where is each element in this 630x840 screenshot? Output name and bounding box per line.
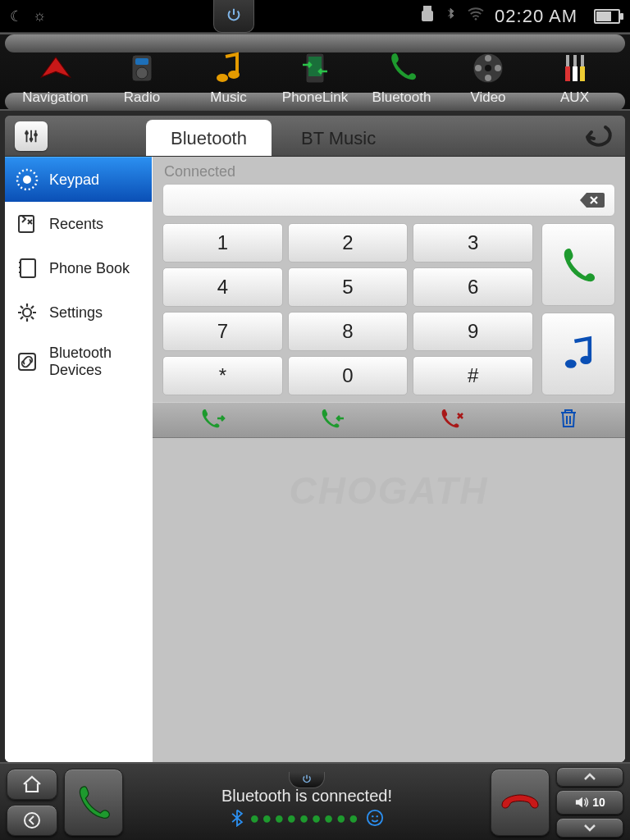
key-8[interactable]: 8 <box>288 312 409 351</box>
tab-label: BT Music <box>301 128 376 148</box>
sidebar-item-devices[interactable]: Bluetooth Devices <box>5 335 152 388</box>
keypad-panel: Connected 1 2 3 4 5 6 7 8 9 * 0 <box>153 157 625 762</box>
volume-down-button[interactable] <box>556 818 623 838</box>
svg-point-6 <box>217 74 228 82</box>
tab-bar: Bluetooth BT Music <box>5 116 625 157</box>
chevron-down-icon <box>583 824 596 832</box>
svg-point-2 <box>475 18 477 21</box>
svg-point-33 <box>25 813 39 828</box>
backspace-icon <box>578 190 606 210</box>
back-arrow-icon <box>581 122 614 148</box>
back-circle-icon <box>21 810 43 830</box>
svg-rect-4 <box>135 58 148 65</box>
key-1[interactable]: 1 <box>162 223 283 262</box>
key-7[interactable]: 7 <box>162 312 283 351</box>
back-dock-button[interactable] <box>7 805 57 836</box>
nav-music[interactable]: Music <box>189 48 267 109</box>
nav-navigation[interactable]: Navigation <box>16 48 94 109</box>
sidebar-item-keypad[interactable]: Keypad <box>5 157 152 202</box>
nav-video[interactable]: Video <box>450 48 527 109</box>
nav-label: PhoneLink <box>282 89 348 106</box>
volume-up-button[interactable] <box>556 767 623 787</box>
key-0[interactable]: 0 <box>288 356 409 395</box>
call-out-icon <box>199 407 226 430</box>
svg-point-36 <box>376 815 377 817</box>
keypad-grid: 1 2 3 4 5 6 7 8 9 * 0 # <box>162 223 533 395</box>
link-icon <box>15 349 39 374</box>
nav-label: Music <box>210 89 246 106</box>
usb-icon <box>421 6 434 26</box>
svg-point-13 <box>485 75 491 81</box>
nav-radio[interactable]: Radio <box>103 48 181 109</box>
gear-icon <box>15 300 39 325</box>
phone-hangup-icon <box>499 790 541 815</box>
tab-bt-music[interactable]: BT Music <box>276 120 400 156</box>
watermark: CHOGATH <box>153 468 625 513</box>
power-button-top[interactable] <box>213 0 254 33</box>
navigation-icon <box>36 48 75 88</box>
phone-answer-icon <box>74 783 113 822</box>
wifi-icon <box>467 7 485 25</box>
svg-rect-17 <box>573 66 578 81</box>
key-5[interactable]: 5 <box>288 267 409 307</box>
sidebar-label: Phone Book <box>49 260 130 277</box>
svg-rect-20 <box>573 55 577 66</box>
sidebar-item-phonebook[interactable]: Phone Book <box>5 246 152 290</box>
aux-icon <box>555 48 595 88</box>
sidebar-item-settings[interactable]: Settings <box>5 290 152 335</box>
equalizer-button[interactable] <box>15 121 48 151</box>
svg-point-5 <box>136 67 148 79</box>
nav-bluetooth[interactable]: Bluetooth <box>363 48 441 109</box>
volume-value: 10 <box>592 796 605 809</box>
key-4[interactable]: 4 <box>162 267 283 307</box>
incoming-call-button[interactable] <box>318 407 346 433</box>
dock-center: Bluetooth is connected! ●●●●●●●●● <box>130 777 484 828</box>
tab-bluetooth[interactable]: Bluetooth <box>146 120 272 156</box>
missed-call-button[interactable] <box>438 407 466 433</box>
smiley-icon <box>366 809 384 827</box>
key-2[interactable]: 2 <box>288 223 409 262</box>
key-star[interactable]: * <box>162 356 283 395</box>
svg-rect-28 <box>21 259 35 277</box>
home-button[interactable] <box>7 769 57 800</box>
sidebar-label: Bluetooth Devices <box>49 345 142 378</box>
nav-label: Radio <box>124 89 160 106</box>
dial-display <box>162 184 615 217</box>
svg-point-23 <box>30 137 34 141</box>
sidebar-label: Recents <box>49 216 103 233</box>
svg-rect-19 <box>566 55 569 66</box>
bottom-dock: Bluetooth is connected! ●●●●●●●●● 10 <box>0 762 630 840</box>
tab-label: Bluetooth <box>171 128 247 148</box>
sidebar-item-recents[interactable]: Recents <box>5 202 152 246</box>
keypad-icon <box>15 167 39 192</box>
key-6[interactable]: 6 <box>413 267 533 307</box>
power-button-dock[interactable] <box>289 772 325 788</box>
call-actions-bar <box>153 402 625 438</box>
dial-button[interactable] <box>541 223 615 306</box>
nav-phonelink[interactable]: PhoneLink <box>276 48 354 109</box>
delete-button[interactable] <box>558 407 579 433</box>
chevron-up-icon <box>583 773 596 781</box>
svg-point-31 <box>565 359 577 368</box>
music-button[interactable] <box>541 313 615 395</box>
svg-point-11 <box>485 55 491 62</box>
back-button[interactable] <box>581 122 614 155</box>
svg-rect-0 <box>423 6 431 11</box>
svg-rect-16 <box>565 66 570 81</box>
nav-aux[interactable]: AUX <box>536 48 614 109</box>
backspace-button[interactable] <box>578 190 606 210</box>
answer-button[interactable] <box>64 769 123 836</box>
key-9[interactable]: 9 <box>413 312 533 351</box>
bt-status-text: Bluetooth is connected! <box>221 787 392 806</box>
svg-point-24 <box>34 133 38 137</box>
hangup-button[interactable] <box>491 769 550 836</box>
volume-display[interactable]: 10 <box>556 790 623 815</box>
key-hash[interactable]: # <box>413 356 533 395</box>
outgoing-call-button[interactable] <box>199 407 226 433</box>
svg-rect-18 <box>580 66 585 81</box>
svg-point-15 <box>485 65 491 71</box>
key-3[interactable]: 3 <box>413 223 533 262</box>
recents-icon <box>15 212 39 236</box>
nav-label: Bluetooth <box>372 89 431 106</box>
svg-point-29 <box>23 308 31 317</box>
